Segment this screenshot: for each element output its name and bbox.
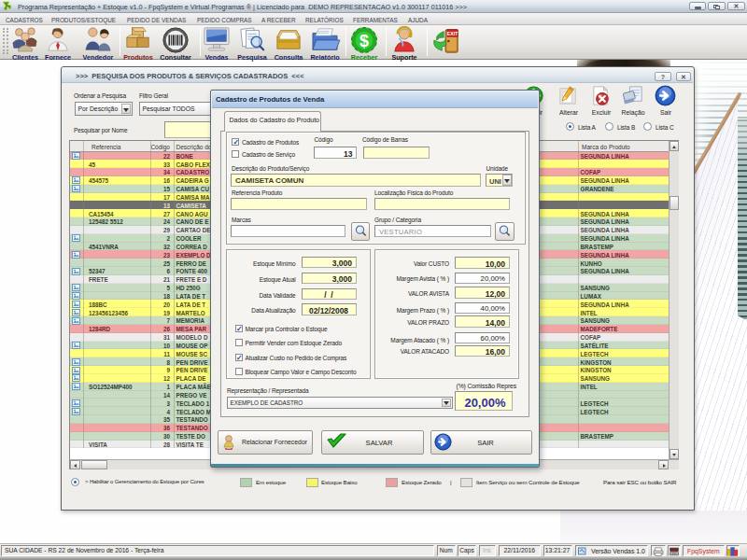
svg-text:$: $ <box>359 32 369 50</box>
svg-text:EXIT: EXIT <box>447 31 458 36</box>
